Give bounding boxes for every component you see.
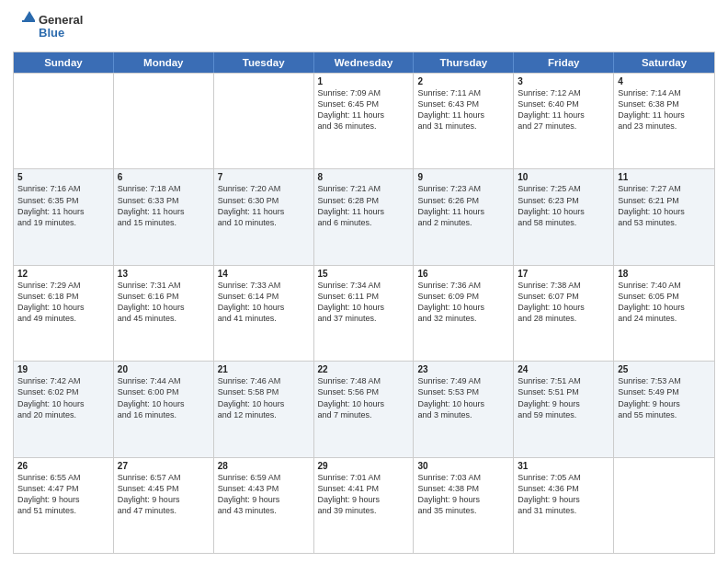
cell-day-number: 13 bbox=[118, 269, 210, 279]
calendar-cell-4: 4Sunrise: 7:14 AM Sunset: 6:38 PM Daylig… bbox=[614, 74, 714, 168]
cell-day-number: 5 bbox=[17, 172, 109, 182]
calendar-cell-21: 21Sunrise: 7:46 AM Sunset: 5:58 PM Dayli… bbox=[214, 362, 314, 456]
calendar-cell-8: 8Sunrise: 7:21 AM Sunset: 6:28 PM Daylig… bbox=[314, 169, 415, 264]
cell-day-number: 21 bbox=[218, 364, 310, 374]
calendar-header-row: SundayMondayTuesdayWednesdayThursdayFrid… bbox=[14, 52, 714, 73]
calendar-row-1: 1Sunrise: 7:09 AM Sunset: 6:45 PM Daylig… bbox=[14, 73, 714, 168]
page-header: General Blue bbox=[13, 9, 715, 46]
cell-day-number: 26 bbox=[17, 461, 109, 471]
cell-info-text: Sunrise: 7:31 AM Sunset: 6:16 PM Dayligh… bbox=[118, 280, 210, 325]
calendar-cell-19: 19Sunrise: 7:42 AM Sunset: 6:02 PM Dayli… bbox=[14, 362, 114, 456]
calendar-cell-2: 2Sunrise: 7:11 AM Sunset: 6:43 PM Daylig… bbox=[414, 74, 514, 168]
cell-day-number: 7 bbox=[218, 172, 310, 182]
cell-info-text: Sunrise: 7:16 AM Sunset: 6:35 PM Dayligh… bbox=[17, 183, 109, 228]
cell-info-text: Sunrise: 7:23 AM Sunset: 6:26 PM Dayligh… bbox=[417, 183, 509, 228]
calendar-cell-9: 9Sunrise: 7:23 AM Sunset: 6:26 PM Daylig… bbox=[414, 169, 514, 264]
cell-day-number: 3 bbox=[518, 76, 609, 86]
cell-day-number: 19 bbox=[17, 364, 109, 374]
cell-day-number: 6 bbox=[118, 172, 210, 182]
cell-info-text: Sunrise: 7:48 AM Sunset: 5:56 PM Dayligh… bbox=[318, 375, 410, 420]
cell-day-number: 12 bbox=[17, 269, 109, 279]
cell-day-number: 14 bbox=[218, 269, 310, 279]
cell-info-text: Sunrise: 7:44 AM Sunset: 6:00 PM Dayligh… bbox=[118, 375, 210, 420]
cell-info-text: Sunrise: 7:49 AM Sunset: 5:53 PM Dayligh… bbox=[417, 375, 509, 420]
calendar-cell-27: 27Sunrise: 6:57 AM Sunset: 4:45 PM Dayli… bbox=[114, 458, 214, 553]
calendar-row-2: 5Sunrise: 7:16 AM Sunset: 6:35 PM Daylig… bbox=[14, 168, 714, 264]
calendar-header-sunday: Sunday bbox=[14, 52, 114, 73]
logo: General Blue bbox=[13, 9, 86, 46]
calendar: SundayMondayTuesdayWednesdayThursdayFrid… bbox=[13, 52, 715, 554]
calendar-cell-23: 23Sunrise: 7:49 AM Sunset: 5:53 PM Dayli… bbox=[414, 362, 514, 456]
calendar-cell-24: 24Sunrise: 7:51 AM Sunset: 5:51 PM Dayli… bbox=[514, 362, 614, 456]
cell-day-number: 4 bbox=[618, 76, 711, 86]
svg-marker-2 bbox=[24, 11, 35, 20]
cell-info-text: Sunrise: 7:25 AM Sunset: 6:23 PM Dayligh… bbox=[518, 183, 609, 228]
calendar-cell-empty bbox=[214, 74, 314, 168]
cell-day-number: 27 bbox=[118, 461, 210, 471]
calendar-body: 1Sunrise: 7:09 AM Sunset: 6:45 PM Daylig… bbox=[14, 73, 714, 553]
cell-day-number: 1 bbox=[318, 76, 410, 86]
calendar-cell-6: 6Sunrise: 7:18 AM Sunset: 6:33 PM Daylig… bbox=[114, 169, 214, 264]
cell-day-number: 16 bbox=[417, 269, 509, 279]
cell-day-number: 22 bbox=[318, 364, 410, 374]
calendar-cell-10: 10Sunrise: 7:25 AM Sunset: 6:23 PM Dayli… bbox=[514, 169, 614, 264]
cell-day-number: 31 bbox=[518, 461, 609, 471]
cell-day-number: 24 bbox=[518, 364, 609, 374]
cell-day-number: 23 bbox=[417, 364, 509, 374]
calendar-cell-13: 13Sunrise: 7:31 AM Sunset: 6:16 PM Dayli… bbox=[114, 266, 214, 361]
calendar-row-5: 26Sunrise: 6:55 AM Sunset: 4:47 PM Dayli… bbox=[14, 457, 714, 553]
calendar-cell-30: 30Sunrise: 7:03 AM Sunset: 4:38 PM Dayli… bbox=[414, 458, 514, 553]
calendar-cell-12: 12Sunrise: 7:29 AM Sunset: 6:18 PM Dayli… bbox=[14, 266, 114, 361]
calendar-cell-5: 5Sunrise: 7:16 AM Sunset: 6:35 PM Daylig… bbox=[14, 169, 114, 264]
cell-info-text: Sunrise: 7:14 AM Sunset: 6:38 PM Dayligh… bbox=[618, 87, 711, 132]
cell-info-text: Sunrise: 7:01 AM Sunset: 4:41 PM Dayligh… bbox=[318, 472, 410, 517]
cell-day-number: 10 bbox=[518, 172, 609, 182]
cell-day-number: 28 bbox=[218, 461, 310, 471]
calendar-cell-16: 16Sunrise: 7:36 AM Sunset: 6:09 PM Dayli… bbox=[414, 266, 514, 361]
cell-info-text: Sunrise: 7:42 AM Sunset: 6:02 PM Dayligh… bbox=[17, 375, 109, 420]
calendar-cell-28: 28Sunrise: 6:59 AM Sunset: 4:43 PM Dayli… bbox=[214, 458, 314, 553]
calendar-row-3: 12Sunrise: 7:29 AM Sunset: 6:18 PM Dayli… bbox=[14, 265, 714, 361]
calendar-cell-29: 29Sunrise: 7:01 AM Sunset: 4:41 PM Dayli… bbox=[314, 458, 415, 553]
calendar-cell-7: 7Sunrise: 7:20 AM Sunset: 6:30 PM Daylig… bbox=[214, 169, 314, 264]
cell-info-text: Sunrise: 7:29 AM Sunset: 6:18 PM Dayligh… bbox=[17, 280, 109, 325]
calendar-header-thursday: Thursday bbox=[414, 52, 514, 73]
calendar-cell-18: 18Sunrise: 7:40 AM Sunset: 6:05 PM Dayli… bbox=[614, 266, 714, 361]
cell-day-number: 20 bbox=[118, 364, 210, 374]
calendar-cell-empty bbox=[114, 74, 214, 168]
calendar-cell-15: 15Sunrise: 7:34 AM Sunset: 6:11 PM Dayli… bbox=[314, 266, 415, 361]
cell-info-text: Sunrise: 6:55 AM Sunset: 4:47 PM Dayligh… bbox=[17, 472, 109, 517]
cell-info-text: Sunrise: 7:21 AM Sunset: 6:28 PM Dayligh… bbox=[318, 183, 410, 228]
calendar-cell-20: 20Sunrise: 7:44 AM Sunset: 6:00 PM Dayli… bbox=[114, 362, 214, 456]
cell-info-text: Sunrise: 7:11 AM Sunset: 6:43 PM Dayligh… bbox=[417, 87, 509, 132]
cell-info-text: Sunrise: 7:20 AM Sunset: 6:30 PM Dayligh… bbox=[218, 183, 310, 228]
cell-day-number: 9 bbox=[417, 172, 509, 182]
cell-day-number: 30 bbox=[417, 461, 509, 471]
calendar-cell-3: 3Sunrise: 7:12 AM Sunset: 6:40 PM Daylig… bbox=[514, 74, 614, 168]
cell-day-number: 18 bbox=[618, 269, 711, 279]
cell-info-text: Sunrise: 7:40 AM Sunset: 6:05 PM Dayligh… bbox=[618, 280, 711, 325]
svg-text:Blue: Blue bbox=[39, 26, 64, 40]
calendar-cell-31: 31Sunrise: 7:05 AM Sunset: 4:36 PM Dayli… bbox=[514, 458, 614, 553]
cell-info-text: Sunrise: 7:34 AM Sunset: 6:11 PM Dayligh… bbox=[318, 280, 410, 325]
cell-info-text: Sunrise: 7:12 AM Sunset: 6:40 PM Dayligh… bbox=[518, 87, 609, 132]
cell-day-number: 25 bbox=[618, 364, 711, 374]
calendar-cell-26: 26Sunrise: 6:55 AM Sunset: 4:47 PM Dayli… bbox=[14, 458, 114, 553]
cell-info-text: Sunrise: 7:36 AM Sunset: 6:09 PM Dayligh… bbox=[417, 280, 509, 325]
cell-info-text: Sunrise: 6:57 AM Sunset: 4:45 PM Dayligh… bbox=[118, 472, 210, 517]
cell-info-text: Sunrise: 7:03 AM Sunset: 4:38 PM Dayligh… bbox=[417, 472, 509, 517]
cell-info-text: Sunrise: 7:38 AM Sunset: 6:07 PM Dayligh… bbox=[518, 280, 609, 325]
svg-text:General: General bbox=[39, 13, 83, 27]
cell-info-text: Sunrise: 7:09 AM Sunset: 6:45 PM Dayligh… bbox=[318, 87, 410, 132]
calendar-header-tuesday: Tuesday bbox=[214, 52, 314, 73]
cell-info-text: Sunrise: 6:59 AM Sunset: 4:43 PM Dayligh… bbox=[218, 472, 310, 517]
cell-info-text: Sunrise: 7:51 AM Sunset: 5:51 PM Dayligh… bbox=[518, 375, 609, 420]
calendar-header-monday: Monday bbox=[114, 52, 214, 73]
cell-day-number: 8 bbox=[318, 172, 410, 182]
calendar-header-wednesday: Wednesday bbox=[314, 52, 415, 73]
cell-info-text: Sunrise: 7:18 AM Sunset: 6:33 PM Dayligh… bbox=[118, 183, 210, 228]
cell-day-number: 2 bbox=[417, 76, 509, 86]
cell-day-number: 15 bbox=[318, 269, 410, 279]
calendar-cell-empty bbox=[614, 458, 714, 553]
logo-svg: General Blue bbox=[13, 9, 86, 46]
